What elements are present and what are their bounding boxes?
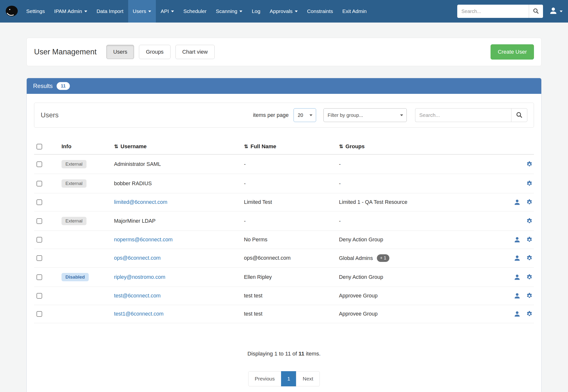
table-row: Externalbobber RADIUS-- [34, 174, 534, 193]
full-name-cell: ops@6connect.com [241, 249, 337, 267]
nav-item-log[interactable]: Log [247, 0, 265, 23]
navbar-search-input[interactable] [457, 5, 529, 18]
table-search-button[interactable] [511, 108, 527, 122]
tab-users[interactable]: Users [106, 45, 134, 59]
pagination-1[interactable]: 1 [281, 371, 296, 386]
username-link[interactable]: ripley@nostromo.com [114, 274, 165, 280]
nav-item-label: Log [252, 8, 260, 14]
user-account-menu[interactable] [549, 7, 563, 16]
toolbar-title: Users [41, 111, 58, 119]
row-checkbox[interactable] [37, 274, 42, 280]
create-user-button[interactable]: Create User [491, 44, 534, 59]
groups-cell: Approvee Group [339, 311, 378, 317]
extra-groups-badge: + 1 [377, 254, 390, 262]
row-checkbox[interactable] [37, 237, 42, 243]
nav-item-scanning[interactable]: Scanning [211, 0, 247, 23]
chevron-down-icon [295, 11, 298, 12]
chevron-down-icon [560, 11, 563, 12]
pagination: Previous1Next [34, 371, 534, 386]
column-header-full-name[interactable]: ⇅Full Name [241, 139, 337, 154]
table-row: test@6connect.comtest testApprovee Group [34, 287, 534, 305]
navbar-search-button[interactable] [529, 5, 543, 18]
nav-item-ipam-admin[interactable]: IPAM Admin [49, 0, 92, 23]
nav-item-settings[interactable]: Settings [22, 0, 49, 23]
username-link[interactable]: test@6connect.com [114, 293, 160, 299]
app-logo[interactable] [3, 0, 22, 23]
groups-cell: Approvee Group [339, 293, 378, 299]
table-row: noperms@6connect.comNo PermsDeny Action … [34, 231, 534, 249]
gear-icon[interactable] [526, 310, 533, 318]
gear-icon[interactable] [526, 254, 533, 262]
nav-item-users[interactable]: Users [128, 0, 156, 23]
status-badge: External [61, 179, 86, 188]
display-info: Displaying 1 to 11 of 11 items. [34, 350, 534, 357]
nav-item-label: IPAM Admin [54, 8, 82, 14]
user-profile-icon[interactable] [514, 274, 521, 280]
nav-item-api[interactable]: API [156, 0, 179, 23]
username-link[interactable]: ops@6connect.com [114, 255, 160, 261]
gear-icon[interactable] [526, 180, 533, 187]
filter-by-group-value: Filter by group... [328, 112, 363, 118]
page-header-panel: User Management UsersGroupsChart view Cr… [27, 38, 541, 66]
pagination-next[interactable]: Next [296, 371, 320, 386]
username-link[interactable]: limited@6connect.com [114, 199, 167, 205]
row-checkbox[interactable] [37, 255, 42, 261]
full-name-cell: Ellen Ripley [241, 267, 337, 287]
gear-icon[interactable] [526, 292, 533, 299]
nav-menu: SettingsIPAM AdminData ImportUsersAPISch… [22, 0, 371, 23]
chevron-down-icon [239, 11, 242, 12]
row-checkbox[interactable] [37, 181, 42, 186]
nav-item-data-import[interactable]: Data Import [92, 0, 128, 23]
user-profile-icon[interactable] [514, 255, 521, 261]
gear-icon[interactable] [526, 199, 533, 206]
select-all-checkbox[interactable] [37, 144, 42, 149]
gear-icon[interactable] [526, 161, 533, 168]
filter-by-group-select[interactable]: Filter by group... [324, 108, 407, 122]
row-checkbox[interactable] [37, 161, 42, 167]
nav-item-label: Scanning [216, 8, 237, 14]
column-header-groups[interactable]: ⇅Groups [336, 139, 491, 154]
table-row: limited@6connect.comLimited TestLimited … [34, 193, 534, 211]
user-profile-icon[interactable] [514, 199, 521, 206]
table-row: ops@6connect.comops@6connect.comGlobal A… [34, 249, 534, 267]
status-badge: External [61, 160, 86, 168]
sort-icon: ⇅ [339, 144, 343, 149]
gear-icon[interactable] [526, 236, 533, 243]
nav-item-scheduler[interactable]: Scheduler [179, 0, 211, 23]
gear-icon[interactable] [526, 274, 533, 281]
row-checkbox[interactable] [37, 293, 42, 299]
user-profile-icon[interactable] [514, 293, 521, 299]
full-name-cell: test test [241, 287, 337, 305]
nav-item-exit-admin[interactable]: Exit Admin [338, 0, 371, 23]
user-profile-icon[interactable] [514, 237, 521, 243]
column-header-label: Info [61, 143, 71, 149]
results-panel: Results 11 Users items per page 20 Filte… [27, 78, 541, 392]
full-name-cell: Limited Test [241, 193, 337, 211]
groups-cell: - [339, 181, 341, 186]
row-checkbox[interactable] [37, 199, 42, 205]
column-header-label: Groups [345, 143, 365, 149]
column-header-info: Info [59, 139, 112, 154]
username-link[interactable]: noperms@6connect.com [114, 237, 172, 243]
pagination-previous[interactable]: Previous [248, 371, 282, 386]
row-checkbox[interactable] [37, 311, 42, 317]
full-name-cell: - [241, 211, 337, 231]
nav-item-constraints[interactable]: Constraints [302, 0, 338, 23]
nav-item-label: Users [133, 8, 146, 14]
nav-item-label: Approvals [270, 8, 292, 14]
search-icon [516, 112, 523, 119]
user-profile-icon[interactable] [514, 311, 521, 317]
username-link[interactable]: test1@6connect.com [114, 311, 163, 317]
chevron-down-icon [84, 11, 87, 12]
tab-groups[interactable]: Groups [139, 45, 170, 59]
table-row: ExternalAdministrator SAML-- [34, 154, 534, 174]
table-search-input[interactable] [415, 108, 511, 122]
tab-chart-view[interactable]: Chart view [175, 45, 215, 59]
gear-icon[interactable] [526, 218, 533, 225]
nav-item-approvals[interactable]: Approvals [265, 0, 302, 23]
row-checkbox[interactable] [37, 218, 42, 224]
full-name-cell: test test [241, 305, 337, 323]
page-title: User Management [34, 48, 97, 56]
column-header-username[interactable]: ⇅Username [112, 139, 241, 154]
items-per-page-select[interactable]: 20 [294, 108, 316, 122]
